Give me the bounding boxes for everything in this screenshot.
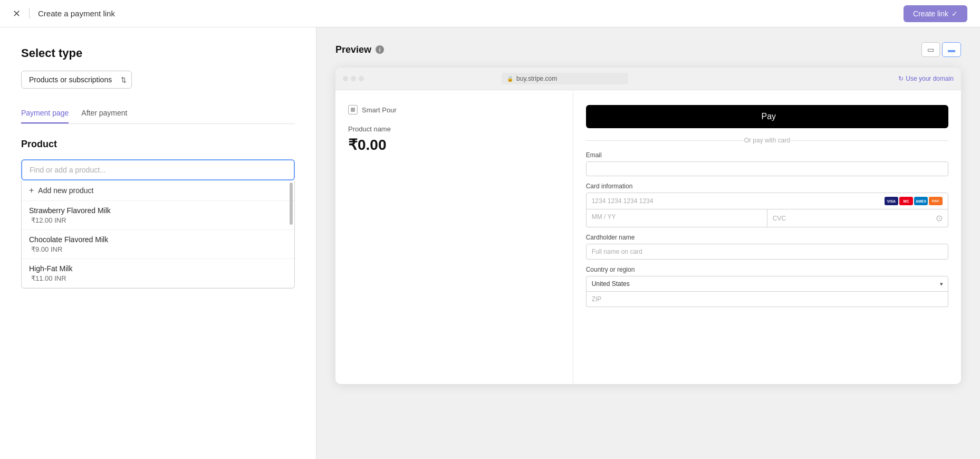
- right-panel: Preview i ▭ ▬ 🔒: [316, 27, 980, 459]
- preview-content: Smart Pour Product name ₹0.00 Pay Or pay…: [335, 90, 961, 384]
- product-price-highfat: ₹11.00 INR: [31, 274, 287, 282]
- country-select[interactable]: United States: [586, 276, 948, 292]
- apple-pay-button[interactable]: Pay: [586, 105, 948, 128]
- create-link-label: Create link: [913, 9, 948, 18]
- browser-url-text: buy.stripe.com: [516, 75, 557, 82]
- card-number-placeholder: 1234 1234 1234 1234: [592, 197, 654, 205]
- list-item[interactable]: Strawberry Flavored Milk ₹12.00 INR: [22, 201, 294, 230]
- dot-yellow: [351, 76, 356, 81]
- browser-titlebar: 🔒 buy.stripe.com ↻ Use your domain: [335, 68, 961, 90]
- add-new-product-item[interactable]: + Add new product: [22, 180, 294, 201]
- card-info-label: Card information: [586, 183, 948, 190]
- scrollbar-thumb: [290, 183, 293, 225]
- product-name-chocolate: Chocolate Flavored Milk: [29, 235, 287, 244]
- cvc-icon: ⊙: [936, 213, 943, 223]
- browser-mockup: 🔒 buy.stripe.com ↻ Use your domain Smart…: [335, 68, 961, 384]
- apple-pay-label: Pay: [762, 112, 776, 121]
- device-toggle: ▭ ▬: [921, 42, 961, 57]
- product-section-heading: Product: [21, 139, 295, 150]
- email-input-preview: [586, 161, 948, 176]
- amex-icon: AMEX: [914, 197, 928, 205]
- scrollbar: [289, 180, 293, 288]
- dropdown-scroll-area: + Add new product Strawberry Flavored Mi…: [22, 180, 294, 288]
- dot-red: [343, 76, 348, 81]
- country-label: Country or region: [586, 266, 948, 273]
- preview-title: Preview i: [335, 44, 384, 55]
- lock-icon: 🔒: [507, 76, 513, 82]
- brand-inner-icon: [351, 108, 355, 112]
- close-button[interactable]: ✕: [13, 8, 21, 20]
- add-new-label: Add new product: [38, 186, 93, 195]
- cardholder-input-preview: Full name on card: [586, 244, 948, 260]
- product-display-price: ₹0.00: [348, 136, 560, 154]
- type-select[interactable]: Products or subscriptions Custom amount: [21, 71, 132, 89]
- mm-yy-field: MM / YY: [586, 209, 767, 227]
- discover-icon: DISC: [929, 197, 943, 205]
- list-item[interactable]: Chocolate Flavored Milk ₹9.00 INR: [22, 230, 294, 259]
- brand-icon: [348, 105, 358, 114]
- cvc-placeholder: CVC: [773, 215, 786, 222]
- refresh-icon: ↻: [898, 75, 904, 82]
- mobile-icon: ▭: [927, 45, 934, 54]
- product-name-highfat: High-Fat Milk: [29, 264, 287, 273]
- desktop-view-button[interactable]: ▬: [942, 42, 961, 57]
- product-price-chocolate: ₹9.00 INR: [31, 245, 287, 253]
- card-icons: VISA MC AMEX DISC: [885, 197, 943, 205]
- country-select-wrapper: United States ▾: [586, 276, 948, 292]
- topbar: ✕ Create a payment link Create link ✓: [0, 0, 980, 27]
- main-layout: Select type Products or subscriptions Cu…: [0, 27, 980, 459]
- preview-heading-text: Preview: [335, 44, 371, 55]
- info-icon: i: [376, 45, 384, 54]
- create-link-button[interactable]: Create link ✓: [904, 5, 967, 22]
- product-name-strawberry: Strawberry Flavored Milk: [29, 206, 287, 215]
- topbar-divider: [29, 8, 30, 19]
- use-your-domain-link[interactable]: ↻ Use your domain: [898, 75, 954, 82]
- zip-field: ZIP: [586, 292, 948, 307]
- visa-icon: VISA: [885, 197, 898, 205]
- product-display-name: Product name: [348, 125, 560, 133]
- product-price-strawberry: ₹12.00 INR: [31, 216, 287, 224]
- brand-name: Smart Pour: [362, 106, 397, 114]
- or-divider: Or pay with card: [586, 137, 948, 144]
- type-select-wrapper: Products or subscriptions Custom amount …: [21, 71, 132, 89]
- preview-payment-panel: Pay Or pay with card Email Card informat…: [573, 90, 961, 384]
- select-type-heading: Select type: [21, 46, 295, 60]
- product-search-input[interactable]: [21, 159, 295, 180]
- preview-header: Preview i ▭ ▬: [335, 42, 961, 57]
- plus-icon: +: [29, 186, 34, 195]
- tabs: Payment page After payment: [21, 103, 295, 124]
- tab-after-payment[interactable]: After payment: [81, 103, 127, 123]
- browser-dots: [343, 76, 364, 81]
- preview-brand: Smart Pour: [348, 105, 560, 114]
- preview-product-panel: Smart Pour Product name ₹0.00: [335, 90, 573, 384]
- card-bottom-row: MM / YY CVC ⊙: [586, 209, 948, 227]
- mobile-view-button[interactable]: ▭: [921, 42, 940, 57]
- list-item[interactable]: High-Fat Milk ₹11.00 INR: [22, 259, 294, 288]
- close-icon: ✕: [13, 8, 21, 20]
- check-icon: ✓: [952, 9, 958, 18]
- dot-green: [359, 76, 364, 81]
- card-number-field: 1234 1234 1234 1234 VISA MC AMEX DISC: [586, 193, 948, 209]
- browser-url-bar: 🔒 buy.stripe.com: [502, 73, 628, 84]
- cardholder-label: Cardholder name: [586, 234, 948, 241]
- desktop-icon: ▬: [948, 45, 955, 54]
- product-dropdown: + Add new product Strawberry Flavored Mi…: [21, 180, 295, 289]
- cvc-field: CVC ⊙: [767, 209, 948, 227]
- mastercard-icon: MC: [899, 197, 913, 205]
- tab-payment-page[interactable]: Payment page: [21, 103, 69, 123]
- email-label: Email: [586, 151, 948, 159]
- topbar-title: Create a payment link: [38, 9, 115, 18]
- topbar-left: ✕ Create a payment link: [13, 8, 115, 20]
- left-panel: Select type Products or subscriptions Cu…: [0, 27, 316, 459]
- domain-link-text: Use your domain: [906, 75, 954, 82]
